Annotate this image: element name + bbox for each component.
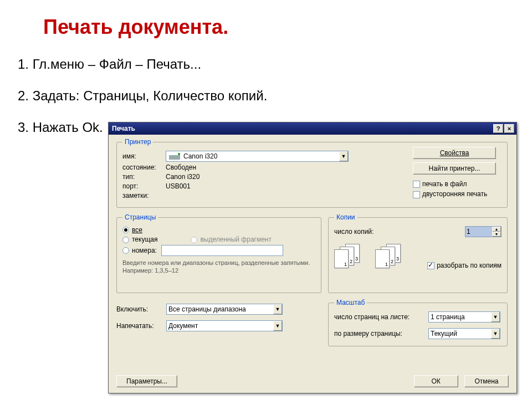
printer-legend: Принтер — [122, 138, 153, 146]
label-notes: заметки: — [122, 192, 166, 200]
printer-type: Canon i320 — [166, 173, 200, 181]
properties-button[interactable]: Свойства — [413, 147, 496, 159]
radio-selection: выделенный фрагмент — [191, 236, 272, 243]
chevron-down-icon: ▼ — [491, 312, 500, 322]
fit-to-value: Текущий — [431, 330, 457, 337]
find-printer-button[interactable]: Найти принтер... — [413, 162, 496, 175]
spin-down-icon[interactable]: ▼ — [492, 232, 501, 237]
copies-count-label: число копий: — [334, 228, 374, 236]
include-select[interactable]: Все страницы диапазона ▼ — [166, 304, 283, 315]
scale-legend: Масштаб — [334, 299, 367, 306]
chevron-down-icon: ▼ — [273, 304, 282, 314]
label-status: состояние: — [122, 163, 166, 171]
chevron-down-icon: ▼ — [339, 151, 348, 161]
help-button[interactable]: ? — [493, 124, 503, 133]
cancel-button[interactable]: Отмена — [464, 375, 509, 387]
collate-graphic-1: 3 2 1 — [334, 244, 367, 269]
include-label: Включить: — [116, 305, 166, 313]
slide-title: Печать документа. — [43, 16, 228, 39]
printer-group: Принтер имя: Canon i320 ▼ состояние:Своб… — [116, 138, 508, 208]
radio-current-label: текущая — [132, 236, 157, 243]
options-button[interactable]: Параметры... — [116, 375, 177, 387]
copies-value[interactable] — [466, 227, 492, 237]
fit-to-label: по размеру страницы: — [334, 330, 428, 337]
ok-button[interactable]: ОК — [414, 375, 458, 387]
page-numbers-input[interactable] — [161, 245, 283, 256]
spin-up-icon[interactable]: ▲ — [492, 227, 501, 232]
step-1: 1. Гл.меню – Файл – Печать... — [18, 57, 267, 73]
pages-group: Страницы все текущая выделенный фрагмент… — [116, 213, 321, 293]
step-2: 2. Задать: Страницы, Количество копий. — [18, 88, 267, 104]
print-to-file-label: печать в файл — [422, 180, 467, 188]
copies-spinner[interactable]: ▲ ▼ — [465, 226, 502, 237]
print-what-select[interactable]: Документ ▼ — [166, 320, 283, 331]
pages-per-sheet-label: число страниц на листе: — [334, 313, 428, 321]
label-port: порт: — [122, 182, 166, 190]
collate-graphic-2: 3 2 1 — [375, 244, 408, 269]
duplex-checkbox[interactable]: двусторонняя печать — [413, 190, 502, 198]
duplex-label: двусторонняя печать — [422, 190, 487, 198]
fit-to-select[interactable]: Текущий ▼ — [428, 328, 500, 339]
radio-all[interactable]: все — [122, 226, 315, 234]
print-what-label: Напечатать: — [116, 322, 166, 330]
collate-checkbox[interactable]: разобрать по копиям — [427, 262, 502, 269]
label-type: тип: — [122, 173, 166, 181]
close-button[interactable]: × — [504, 124, 514, 133]
chevron-down-icon: ▼ — [273, 321, 282, 331]
pages-legend: Страницы — [122, 213, 158, 221]
scale-group: Масштаб число страниц на листе: 1 страни… — [328, 299, 508, 346]
print-what-value: Документ — [168, 322, 198, 330]
pages-hint: Введите номера или диапазоны страниц, ра… — [122, 259, 315, 275]
radio-numbers[interactable]: номера: — [122, 245, 315, 256]
printer-status: Свободен — [166, 163, 196, 171]
title-bar[interactable]: Печать ? × — [109, 122, 516, 135]
printer-name-value: Canon i320 — [183, 152, 217, 160]
radio-numbers-label: номера: — [132, 247, 157, 254]
printer-port: USB001 — [166, 182, 191, 190]
radio-current[interactable]: текущая — [122, 236, 157, 243]
radio-selection-label: выделенный фрагмент — [200, 236, 272, 243]
pages-per-sheet-value: 1 страница — [431, 313, 465, 321]
include-value: Все страницы диапазона — [168, 305, 246, 313]
print-dialog: Печать ? × Принтер имя: Canon i320 ▼ сос… — [108, 122, 517, 393]
chevron-down-icon: ▼ — [491, 329, 500, 339]
pages-per-sheet-select[interactable]: 1 страница ▼ — [428, 311, 500, 323]
dialog-title: Печать — [112, 125, 135, 132]
radio-all-label: все — [132, 226, 142, 234]
copies-legend: Копии — [334, 213, 357, 221]
collate-label: разобрать по копиям — [437, 262, 502, 269]
printer-name-select[interactable]: Canon i320 ▼ — [166, 151, 349, 162]
printer-icon — [168, 151, 181, 161]
label-name: имя: — [122, 152, 166, 160]
copies-group: Копии число копий: ▲ ▼ 3 2 1 — [328, 213, 508, 293]
print-to-file-checkbox[interactable]: печать в файл — [413, 180, 502, 188]
